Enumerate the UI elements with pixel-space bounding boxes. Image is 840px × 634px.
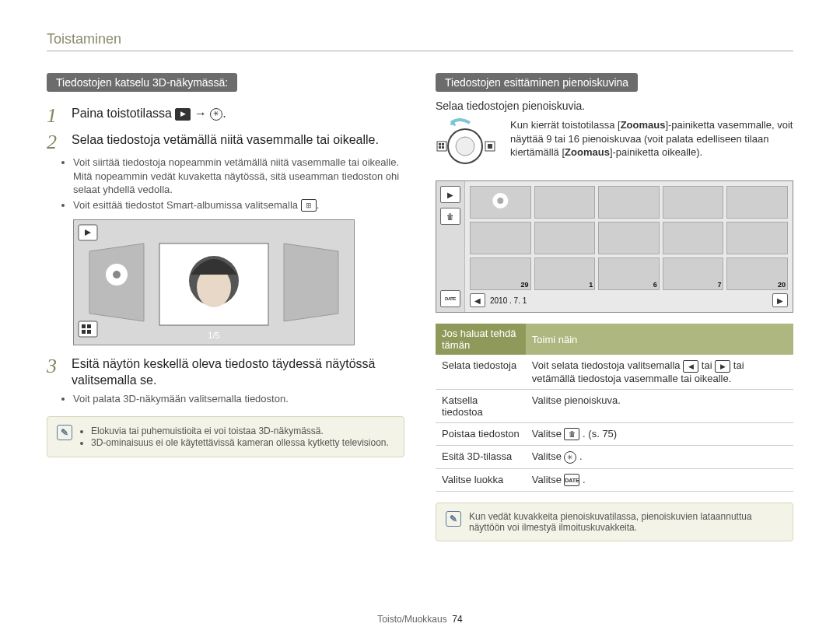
zoom-text-1: Kun kierrät toistotilassa [ — [510, 119, 621, 131]
step-3-bullets: Voit palata 3D-näkymään valitsemalla tie… — [73, 392, 404, 406]
playmode-icon: ▶ — [175, 108, 191, 121]
footer-page: 74 — [452, 614, 462, 625]
footer-section: Toisto/Muokkaus — [377, 614, 446, 625]
right-column: Tiedostojen esittäminen pienoiskuvina Se… — [436, 73, 793, 541]
table-row: Poistaa tiedoston Valitse 🗑 . (s. 75) — [436, 422, 793, 446]
task-delete: Poistaa tiedoston — [436, 422, 526, 446]
task-view: Katsella tiedostoa — [436, 389, 526, 422]
prev-icon: ◀ — [470, 293, 485, 307]
svg-rect-13 — [82, 330, 86, 334]
step-2-bullet-1: Voit siirtää tiedostoja nopeammin vetämä… — [73, 156, 404, 197]
svg-marker-2 — [284, 243, 338, 321]
right-arrow-icon: ▶ — [715, 360, 730, 373]
svg-rect-21 — [439, 146, 441, 149]
sparkle-small-icon: ✳ — [564, 451, 576, 464]
zoom-word-2: Zoomaus — [565, 146, 610, 158]
thumb-cell — [534, 186, 596, 219]
page-footer: Toisto/Muokkaus 74 — [0, 614, 840, 625]
thumb-cell — [726, 186, 788, 219]
grid-icon: ⊞ — [301, 199, 317, 212]
step-3-bullet: Voit palata 3D-näkymään valitsemalla tie… — [73, 392, 404, 406]
illustration-3d-view: 1/5 — [73, 219, 355, 345]
task-3d: Esitä 3D-tilassa — [436, 446, 526, 469]
table-row: Selata tiedostoja Voit selata tiedostoja… — [436, 355, 793, 389]
svg-rect-24 — [488, 144, 492, 149]
thumb-cell — [663, 186, 724, 219]
step-2-number: 2 — [47, 132, 64, 152]
thumb-cell — [663, 222, 724, 254]
step-3-number: 3 — [47, 356, 64, 377]
subheading-3d-view: Tiedostojen katselu 3D-näkymässä: — [47, 73, 237, 92]
how-view: Valitse pienoiskuva. — [526, 389, 793, 422]
zoom-text-3: ]-painiketta oikealle). — [610, 146, 702, 158]
thumbnail-grid: 29 1 6 7 20 — [470, 186, 788, 290]
thumb-cell: 1 — [534, 257, 596, 290]
step-1-arrow: → — [194, 107, 210, 120]
thumb-cell: 20 — [726, 257, 788, 290]
svg-rect-12 — [87, 324, 91, 328]
thumbnails-sub: Selaa tiedostojen pienoiskuvia. — [436, 100, 793, 112]
thumb-cell: 7 — [663, 257, 724, 290]
zoom-dial-icon — [436, 118, 502, 170]
step-3-text: Esitä näytön keskellä oleva tiedosto täy… — [72, 356, 404, 389]
svg-rect-10 — [79, 321, 97, 337]
thumb-cell — [598, 222, 660, 254]
trash-icon: 🗑 — [440, 208, 460, 225]
play-icon: ▶ — [440, 186, 460, 203]
step-3: 3 Esitä näytön keskellä oleva tiedosto t… — [47, 356, 404, 389]
left-column: Tiedostojen katselu 3D-näkymässä: 1 Pain… — [47, 73, 404, 541]
svg-rect-11 — [82, 324, 86, 328]
left-arrow-icon: ◀ — [683, 360, 698, 373]
thumb-cell — [470, 186, 531, 219]
sparkle-icon: ✳ — [210, 108, 222, 121]
svg-point-26 — [497, 198, 503, 204]
trash-small-icon: 🗑 — [564, 428, 579, 440]
note-box-right: ✎ Kun vedät kuvakkeita pienoiskuvatilass… — [436, 503, 793, 541]
actions-table: Jos haluat tehdä tämän Toimi näin Selata… — [436, 324, 793, 492]
thumbnail-date: 2010 . 7. 1 — [490, 296, 527, 305]
note-left-1: Elokuvia tai puhemuistioita ei voi toist… — [91, 426, 389, 436]
task-category: Valitse luokka — [436, 468, 526, 492]
step-1: 1 Paina toistotilassa ▶ → ✳. — [47, 106, 404, 126]
step-2-text: Selaa tiedostoja vetämällä niitä vasemma… — [72, 132, 379, 149]
how-cat-post: . — [583, 474, 586, 485]
how-delete-post: . (s. 75) — [583, 428, 617, 440]
thumb-cell — [726, 222, 788, 254]
thumb-cell: 6 — [598, 257, 660, 290]
table-row: Katsella tiedostoa Valitse pienoiskuva. — [436, 389, 793, 422]
task-browse: Selata tiedostoja — [436, 355, 526, 389]
svg-rect-19 — [439, 143, 441, 145]
svg-rect-14 — [87, 330, 91, 334]
svg-rect-20 — [442, 143, 444, 145]
how-3d-pre: Valitse — [532, 450, 565, 462]
note-icon: ✎ — [57, 425, 72, 440]
step-2-bullets: Voit siirtää tiedostoja nopeammin vetämä… — [73, 156, 404, 212]
next-icon: ▶ — [772, 293, 788, 307]
note-left-2: 3D-ominaisuus ei ole käytettävissä kamer… — [91, 437, 389, 448]
table-head-task: Jos haluat tehdä tämän — [436, 324, 526, 355]
svg-point-17 — [456, 137, 474, 156]
step-2-bullet-2: Voit esittää tiedostot Smart-albumissa v… — [73, 199, 301, 211]
svg-point-4 — [113, 271, 121, 278]
step-2: 2 Selaa tiedostoja vetämällä niitä vasem… — [47, 132, 404, 152]
note-box-left: ✎ Elokuvia tai puhemuistioita ei voi toi… — [47, 416, 404, 457]
thumb-cell: 29 — [470, 257, 531, 290]
table-row: Valitse luokka Valitse DATE . — [436, 468, 793, 492]
illustration-counter: 1/5 — [208, 331, 219, 340]
table-row: Esitä 3D-tilassa Valitse ✳ . — [436, 446, 793, 469]
date-small-icon: DATE — [564, 474, 579, 486]
subheading-thumbnails: Tiedostojen esittäminen pienoiskuvina — [436, 73, 638, 92]
step-1-number: 1 — [47, 106, 64, 126]
table-head-how: Toimi näin — [526, 324, 793, 355]
how-cat-pre: Valitse — [532, 474, 565, 485]
how-delete-pre: Valitse — [532, 428, 565, 440]
how-browse-pre: Voit selata tiedostoja valitsemalla — [532, 359, 683, 371]
note-right-text: Kun vedät kuvakkeita pienoiskuvatilassa,… — [469, 511, 783, 533]
date-icon: DATE — [440, 290, 460, 307]
zoom-word-1: Zoomaus — [621, 119, 666, 131]
how-3d-post: . — [579, 450, 583, 462]
thumb-cell — [470, 222, 531, 254]
step-1-text-pre: Paina toistotilassa — [72, 107, 172, 120]
svg-rect-22 — [442, 146, 444, 149]
note-icon: ✎ — [446, 511, 461, 527]
